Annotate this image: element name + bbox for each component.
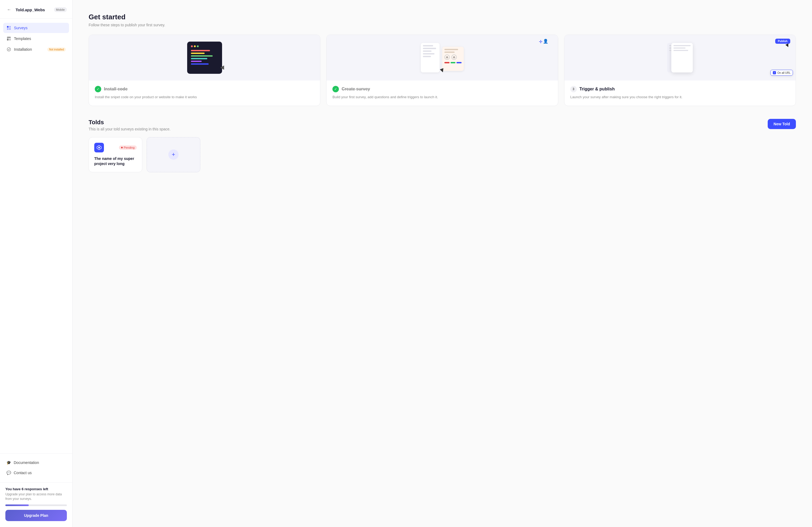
told-card-1[interactable]: Pending The name of my super project ver… <box>89 137 142 172</box>
survey-left-panel <box>421 43 439 73</box>
cursor-graphic <box>220 65 226 71</box>
step1-desc: Install the snipet code on your product … <box>95 94 314 100</box>
dot-green <box>197 45 199 47</box>
svg-rect-4 <box>7 37 11 38</box>
step2-illustration: ◎ ◎ ✛ 👤 <box>327 35 558 80</box>
get-started-title: Get started <box>89 13 796 21</box>
code-line-6 <box>191 63 209 65</box>
step1-body: ✓ Install code Install the snipet code o… <box>89 86 320 100</box>
move-arrows-icon: ✛ <box>539 39 542 44</box>
not-installed-badge: Not installed <box>47 47 66 51</box>
svg-point-9 <box>98 147 100 148</box>
svg-rect-2 <box>7 28 9 30</box>
step1-title: Install code <box>104 87 128 91</box>
step2-title: Create survey <box>342 87 370 91</box>
code-line-3 <box>191 55 213 57</box>
survey-icon-circle-2: ◎ <box>451 55 457 60</box>
progress-bar <box>5 505 67 506</box>
code-editor-graphic <box>187 42 222 74</box>
back-button[interactable]: ← <box>5 6 13 13</box>
documentation-link[interactable]: 🎓 Documentation <box>3 458 69 467</box>
templates-label: Templates <box>14 36 31 41</box>
survey-builder-graphic: ◎ ◎ <box>421 43 464 73</box>
sidebar-header: ← Told.app_Webs Mobile <box>0 0 72 18</box>
main-content: Get started Follow these steps to publis… <box>73 0 812 527</box>
svg-rect-5 <box>7 39 9 41</box>
sidebar-bottom: 🎓 Documentation 💬 Contact us <box>0 453 72 482</box>
step1-check: ✓ <box>95 86 101 92</box>
add-told-plus: + <box>168 149 178 160</box>
new-told-button[interactable]: New Told <box>768 119 796 129</box>
sidebar-nav: Surveys Templates Installation No <box>0 18 72 453</box>
responses-subtitle: Upgrade your plan to access more data fr… <box>5 492 67 501</box>
add-told-card[interactable]: + <box>147 137 200 172</box>
sidebar-item-templates[interactable]: Templates <box>3 33 69 44</box>
step3-desc: Launch your survey after making sure you… <box>570 94 790 100</box>
told-card-1-header: Pending <box>94 143 137 152</box>
url-checkbox: ✓ <box>773 71 776 74</box>
documentation-label: Documentation <box>14 461 39 465</box>
told-icon-1 <box>94 143 104 152</box>
upgrade-button[interactable]: Upgrade Plan <box>5 510 67 521</box>
get-started-subtitle: Follow these steps to publish your first… <box>89 23 796 27</box>
step1-illustration <box>89 35 320 80</box>
sidebar-item-surveys[interactable]: Surveys <box>3 23 69 33</box>
mobile-badge: Mobile <box>54 7 67 12</box>
step-trigger-publish: Publish ✓ On all URL 3 Trigger & publish… <box>564 35 796 106</box>
step-install-code: ✓ Install code Install the snipet code o… <box>89 35 320 106</box>
contact-link[interactable]: 💬 Contact us <box>3 468 69 478</box>
sidebar-item-installation[interactable]: Installation Not installed <box>3 44 69 55</box>
responses-section: You have 6 responses left Upgrade your p… <box>0 482 72 527</box>
svg-rect-0 <box>7 26 9 28</box>
svg-rect-3 <box>9 28 11 30</box>
app-name: Told.app_Webs <box>16 7 51 12</box>
doc-right <box>671 43 693 73</box>
code-line-4 <box>191 58 207 59</box>
progress-bar-fill <box>5 505 29 506</box>
responses-title: You have 6 responses left <box>5 487 67 491</box>
svg-rect-1 <box>9 26 11 28</box>
svg-rect-6 <box>9 39 11 41</box>
contact-icon: 💬 <box>6 471 11 475</box>
survey-cursor <box>440 69 444 73</box>
step3-row: 3 Trigger & publish <box>570 86 790 92</box>
survey-icon-circle-1: ◎ <box>445 55 450 60</box>
code-line-2 <box>191 52 205 54</box>
contact-label: Contact us <box>14 471 32 475</box>
documentation-icon: 🎓 <box>6 461 11 465</box>
installation-label: Installation <box>14 47 32 51</box>
installation-icon <box>6 47 11 52</box>
dot-red <box>191 45 193 47</box>
on-all-url-row: ✓ On all URL <box>770 70 793 76</box>
step3-title: Trigger & publish <box>579 87 615 91</box>
pending-badge: Pending <box>119 146 137 150</box>
step2-desc: Build your first survey, add questions a… <box>332 94 552 100</box>
pending-dot <box>121 147 123 148</box>
surveys-label: Surveys <box>14 26 28 30</box>
dot-yellow <box>194 45 196 47</box>
url-label: On all URL <box>777 71 791 74</box>
step2-body: ✓ Create survey Build your first survey,… <box>327 86 558 100</box>
surveys-icon <box>6 26 11 30</box>
survey-right-panel: ◎ ◎ <box>442 47 464 71</box>
publish-badge: Publish <box>775 39 790 44</box>
svg-point-7 <box>7 48 11 51</box>
step3-illustration: Publish ✓ On all URL <box>564 35 796 80</box>
tolds-title: Tolds <box>89 119 171 126</box>
publish-cursor <box>786 44 789 47</box>
step3-body: 3 Trigger & publish Launch your survey a… <box>564 86 796 100</box>
steps-row: ✓ Install code Install the snipet code o… <box>89 35 796 106</box>
step2-check: ✓ <box>332 86 339 92</box>
step2-row: ✓ Create survey <box>332 86 552 92</box>
code-line-5 <box>191 61 202 62</box>
templates-icon <box>6 36 11 41</box>
step-create-survey: ◎ ◎ ✛ 👤 <box>326 35 558 106</box>
step3-number: 3 <box>570 86 577 92</box>
tolds-grid: Pending The name of my super project ver… <box>89 137 796 172</box>
step1-row: ✓ Install code <box>95 86 314 92</box>
code-line-1 <box>191 50 210 51</box>
sidebar: ← Told.app_Webs Mobile Surveys <box>0 0 73 527</box>
pending-label: Pending <box>124 146 134 149</box>
told-name-1: The name of my super project very long <box>94 156 137 167</box>
tolds-subtitle: This is all your told surveys existing i… <box>89 127 171 131</box>
